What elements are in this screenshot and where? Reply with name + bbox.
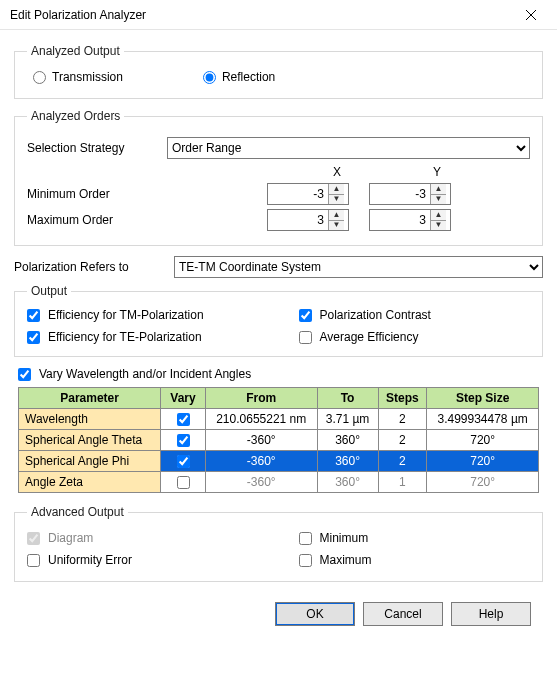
table-row[interactable]: Spherical Angle Phi-360°360°2720°	[19, 451, 539, 472]
cell-from[interactable]: -360°	[205, 472, 317, 493]
cell-vary[interactable]	[161, 472, 206, 493]
cell-step[interactable]: 720°	[427, 451, 539, 472]
help-button[interactable]: Help	[451, 602, 531, 626]
analyzed-output-legend: Analyzed Output	[27, 44, 124, 58]
output-group: Output Efficiency for TM-Polarization Po…	[14, 284, 543, 357]
cell-parameter[interactable]: Spherical Angle Theta	[19, 430, 161, 451]
minimum-order-label: Minimum Order	[27, 187, 267, 201]
cell-steps[interactable]: 1	[378, 472, 427, 493]
cell-vary[interactable]	[161, 409, 206, 430]
uniformity-checkbox-input[interactable]	[27, 554, 40, 567]
analyzed-orders-legend: Analyzed Orders	[27, 109, 124, 123]
reflection-radio[interactable]: Reflection	[203, 70, 275, 84]
uniformity-checkbox[interactable]: Uniformity Error	[27, 553, 259, 567]
spin-down-icon[interactable]: ▼	[329, 221, 344, 231]
y-column-header: Y	[387, 165, 487, 179]
cell-vary[interactable]	[161, 451, 206, 472]
vary-cell-checkbox[interactable]	[177, 476, 190, 489]
avg-eff-checkbox[interactable]: Average Efficiency	[299, 330, 531, 344]
spin-up-icon[interactable]: ▲	[329, 210, 344, 221]
spin-up-icon[interactable]: ▲	[431, 184, 446, 195]
min-order-x-spinner[interactable]: ▲▼	[267, 183, 349, 205]
polarization-contrast-label: Polarization Contrast	[320, 308, 431, 322]
vary-cell-checkbox[interactable]	[177, 434, 190, 447]
header-step-size: Step Size	[427, 388, 539, 409]
maximum-checkbox-input[interactable]	[299, 554, 312, 567]
cell-to[interactable]: 360°	[317, 472, 378, 493]
max-order-x-spinner[interactable]: ▲▼	[267, 209, 349, 231]
x-column-header: X	[287, 165, 387, 179]
cell-vary[interactable]	[161, 430, 206, 451]
header-steps: Steps	[378, 388, 427, 409]
analyzed-output-group: Analyzed Output Transmission Reflection	[14, 44, 543, 99]
max-order-x-input[interactable]	[268, 210, 328, 230]
window-title: Edit Polarization Analyzer	[10, 8, 146, 22]
min-order-y-input[interactable]	[370, 184, 430, 204]
cell-from[interactable]: 210.0655221 nm	[205, 409, 317, 430]
cell-steps[interactable]: 2	[378, 430, 427, 451]
vary-cell-checkbox[interactable]	[177, 455, 190, 468]
polarization-refers-select[interactable]: TE-TM Coordinate System	[174, 256, 543, 278]
cell-step[interactable]: 720°	[427, 472, 539, 493]
uniformity-label: Uniformity Error	[48, 553, 132, 567]
spin-down-icon[interactable]: ▼	[431, 221, 446, 231]
table-row[interactable]: Spherical Angle Theta-360°360°2720°	[19, 430, 539, 451]
cell-parameter[interactable]: Wavelength	[19, 409, 161, 430]
spin-up-icon[interactable]: ▲	[431, 210, 446, 221]
max-order-y-input[interactable]	[370, 210, 430, 230]
vary-cell-checkbox[interactable]	[177, 413, 190, 426]
eff-te-checkbox-input[interactable]	[27, 331, 40, 344]
cell-to[interactable]: 3.71 µm	[317, 409, 378, 430]
min-order-x-input[interactable]	[268, 184, 328, 204]
polarization-contrast-checkbox[interactable]: Polarization Contrast	[299, 308, 531, 322]
min-order-y-spinner[interactable]: ▲▼	[369, 183, 451, 205]
eff-te-label: Efficiency for TE-Polarization	[48, 330, 202, 344]
transmission-radio-input[interactable]	[33, 71, 46, 84]
max-order-y-spinner[interactable]: ▲▼	[369, 209, 451, 231]
diagram-label: Diagram	[48, 531, 93, 545]
cell-from[interactable]: -360°	[205, 451, 317, 472]
vary-checkbox[interactable]: Vary Wavelength and/or Incident Angles	[18, 367, 539, 381]
minimum-checkbox-input[interactable]	[299, 532, 312, 545]
cell-to[interactable]: 360°	[317, 451, 378, 472]
transmission-radio[interactable]: Transmission	[33, 70, 123, 84]
avg-eff-checkbox-input[interactable]	[299, 331, 312, 344]
selection-strategy-label: Selection Strategy	[27, 141, 167, 155]
cell-step[interactable]: 720°	[427, 430, 539, 451]
cell-to[interactable]: 360°	[317, 430, 378, 451]
spin-down-icon[interactable]: ▼	[329, 195, 344, 205]
eff-te-checkbox[interactable]: Efficiency for TE-Polarization	[27, 330, 259, 344]
header-from: From	[205, 388, 317, 409]
table-header-row: Parameter Vary From To Steps Step Size	[19, 388, 539, 409]
eff-tm-checkbox-input[interactable]	[27, 309, 40, 322]
table-row[interactable]: Wavelength210.0655221 nm3.71 µm23.499934…	[19, 409, 539, 430]
ok-button[interactable]: OK	[275, 602, 355, 626]
diagram-checkbox: Diagram	[27, 531, 259, 545]
vary-checkbox-input[interactable]	[18, 368, 31, 381]
cell-parameter[interactable]: Angle Zeta	[19, 472, 161, 493]
polarization-contrast-checkbox-input[interactable]	[299, 309, 312, 322]
cell-parameter[interactable]: Spherical Angle Phi	[19, 451, 161, 472]
cancel-button[interactable]: Cancel	[363, 602, 443, 626]
minimum-checkbox[interactable]: Minimum	[299, 531, 531, 545]
cell-from[interactable]: -360°	[205, 430, 317, 451]
reflection-radio-input[interactable]	[203, 71, 216, 84]
cell-step[interactable]: 3.499934478 µm	[427, 409, 539, 430]
selection-strategy-select[interactable]: Order Range	[167, 137, 530, 159]
dialog-buttons: OK Cancel Help	[14, 592, 543, 626]
polarization-refers-label: Polarization Refers to	[14, 260, 174, 274]
cell-steps[interactable]: 2	[378, 451, 427, 472]
advanced-output-group: Advanced Output Diagram Minimum Uniformi…	[14, 505, 543, 582]
cell-steps[interactable]: 2	[378, 409, 427, 430]
header-vary: Vary	[161, 388, 206, 409]
parameter-table: Parameter Vary From To Steps Step Size W…	[18, 387, 539, 493]
output-legend: Output	[27, 284, 71, 298]
table-row[interactable]: Angle Zeta-360°360°1720°	[19, 472, 539, 493]
spin-up-icon[interactable]: ▲	[329, 184, 344, 195]
close-button[interactable]	[511, 1, 551, 29]
dialog-content: Analyzed Output Transmission Reflection …	[0, 30, 557, 636]
spin-down-icon[interactable]: ▼	[431, 195, 446, 205]
eff-tm-checkbox[interactable]: Efficiency for TM-Polarization	[27, 308, 259, 322]
maximum-order-label: Maximum Order	[27, 213, 267, 227]
maximum-checkbox[interactable]: Maximum	[299, 553, 531, 567]
